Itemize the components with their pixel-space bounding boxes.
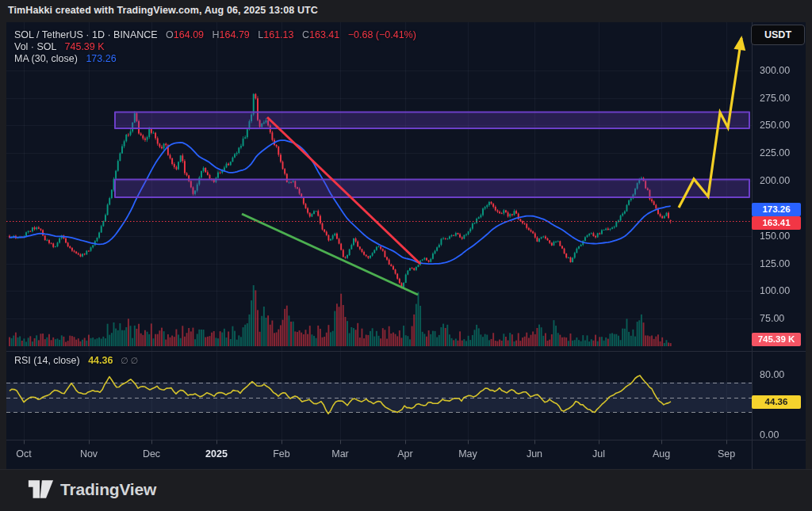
price-axis-label: 75.00 xyxy=(760,313,784,324)
rsi-axis-label: 0.00 xyxy=(760,429,779,440)
price-axis-label: 200.00 xyxy=(760,175,790,186)
last-axis-badge: 163.41 xyxy=(752,216,801,230)
time-axis-label: Feb xyxy=(273,448,290,460)
price-axis-label: 275.00 xyxy=(760,93,790,104)
ohlc-close-key: C xyxy=(302,29,309,40)
tradingview-logo-text: TradingView xyxy=(60,480,156,499)
symbol-title: SOL / TetherUS · 1D · BINANCE xyxy=(14,29,158,40)
ohlc-low-value: 161.13 xyxy=(263,29,293,40)
ma-legend-row[interactable]: MA (30, close) 173.26 xyxy=(14,53,117,64)
change-value: −0.68 (−0.41%) xyxy=(348,29,416,40)
price-axis-label: 125.00 xyxy=(760,258,790,269)
time-axis-label: Sep xyxy=(718,448,735,460)
price-axis-label: 250.00 xyxy=(760,120,790,131)
tradingview-logo[interactable]: TradingView xyxy=(27,479,156,500)
time-axis-label: Dec xyxy=(143,448,160,460)
time-axis-label: 2025 xyxy=(205,448,228,460)
ma-axis-badge: 173.26 xyxy=(752,203,801,216)
ma-label: MA (30, close) xyxy=(14,53,78,64)
time-axis-label: Aug xyxy=(653,448,670,460)
symbol-legend-row[interactable]: SOL / TetherUS · 1D · BINANCE O164.09 H1… xyxy=(14,29,416,40)
time-axis-label: May xyxy=(458,448,477,460)
volume-legend-row[interactable]: Vol · SOL 745.39 K xyxy=(14,41,105,52)
price-axis-label: 225.00 xyxy=(760,147,790,158)
ohlc-open-value: 164.09 xyxy=(174,29,204,40)
price-axis-label: 300.00 xyxy=(760,65,790,76)
rsi-legend-row[interactable]: RSI (14, close) 44.36 ∅ ∅ xyxy=(14,355,138,366)
rsi-value: 44.36 xyxy=(88,355,113,366)
rsi-axis-badge: 44.36 xyxy=(752,395,801,409)
ohlc-close-value: 163.41 xyxy=(309,29,339,40)
time-axis[interactable] xyxy=(6,440,752,469)
time-axis-label: Nov xyxy=(80,448,98,460)
tradingview-screenshot: TimHakki created with TradingView.com, A… xyxy=(0,0,812,511)
time-axis-label: Mar xyxy=(331,448,349,460)
tradingview-logo-icon xyxy=(27,479,54,500)
time-axis-label: Oct xyxy=(16,448,31,460)
volume-axis-badge: 745.39 K xyxy=(752,333,801,346)
chart-canvas[interactable] xyxy=(6,22,806,469)
volume-label: Vol · SOL xyxy=(14,41,56,52)
time-axis-label: Jun xyxy=(527,448,542,460)
attribution-text: TimHakki created with TradingView.com, A… xyxy=(8,5,318,16)
rsi-hidden-series-icons: ∅ ∅ xyxy=(121,356,138,365)
time-axis-label: Apr xyxy=(397,448,412,460)
ohlc-high-value: 164.79 xyxy=(220,29,250,40)
ohlc-high-key: H xyxy=(213,29,220,40)
ohlc-open-key: O xyxy=(166,29,174,40)
ma-value: 173.26 xyxy=(86,53,116,64)
top-attribution-bar: TimHakki created with TradingView.com, A… xyxy=(0,0,812,22)
volume-value: 745.39 K xyxy=(65,41,105,52)
price-axis-label: 150.00 xyxy=(760,231,790,242)
time-axis-label: Jul xyxy=(592,448,605,460)
rsi-axis-label: 80.00 xyxy=(760,369,784,380)
price-axis-label: 100.00 xyxy=(760,285,790,296)
footer-bar: TradingView xyxy=(0,469,812,511)
rsi-label: RSI (14, close) xyxy=(14,355,80,366)
